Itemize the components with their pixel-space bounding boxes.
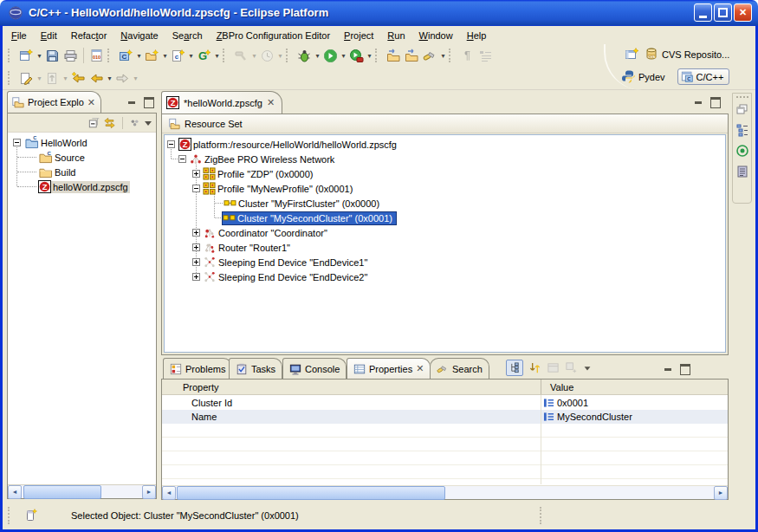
new-folder-dropdown[interactable]: ▾ [161,52,169,60]
tab-problems[interactable]: Problems [163,358,232,379]
schedule-clock-button[interactable] [258,45,276,66]
project-explorer-hscrollbar[interactable]: ◄ ► [8,484,156,498]
editor-tab[interactable]: Z *helloWorld.zpscfg ✕ [161,91,282,114]
scroll-right-button[interactable]: ► [714,486,728,500]
run-dropdown[interactable]: ▾ [340,52,347,60]
expand-expander-icon[interactable] [192,258,200,266]
project-explorer-close-icon[interactable]: ✕ [87,97,95,108]
resource-node-cluster-first[interactable]: Cluster "MyFirstCluster" (0x0000) [224,196,381,211]
editor-tab-close-icon[interactable]: ✕ [267,97,275,108]
new-dropdown[interactable]: ▾ [36,52,43,60]
back-button[interactable] [87,68,106,88]
fast-view-grip[interactable] [736,96,748,99]
open-perspective-button[interactable] [625,47,639,62]
collapse-all-icon[interactable] [88,117,100,129]
resource-node-profile-mynewprofile[interactable]: Profile "MyNewProfile" (0x0001) [192,181,354,196]
properties-hscrollbar[interactable]: ◄ ► [162,485,728,499]
back-history-button[interactable] [69,68,87,88]
show-tree-button[interactable] [506,360,523,376]
tree-item-build[interactable]: Build [38,165,77,179]
next-annotation-button[interactable] [43,68,62,88]
toolbar-grip[interactable] [286,49,292,62]
debug-dropdown[interactable]: ▾ [314,52,321,60]
new-c-file-dropdown[interactable]: ▾ [187,52,195,60]
toolbar-grip[interactable] [107,49,113,62]
collapse-expander-icon[interactable] [192,185,200,192]
resource-node-router[interactable]: Router "Router1" [192,240,292,255]
new-class-button[interactable]: C [117,45,135,66]
run-external-button[interactable] [347,45,366,66]
new-folder-button[interactable] [143,45,161,66]
maximize-view-icon[interactable] [679,363,690,373]
collapse-expander-icon[interactable] [13,139,21,146]
pydev-perspective-button[interactable]: Pydev [621,69,665,84]
outline-toggle-button[interactable] [476,45,495,66]
tab-properties[interactable]: Properties ✕ [347,358,431,379]
view-filter-icon[interactable] [129,117,141,129]
column-divider[interactable] [541,395,541,484]
tab-console[interactable]: Console [282,358,347,379]
save-button[interactable] [43,45,62,66]
collapse-expander-icon[interactable] [167,140,175,148]
new-class-dropdown[interactable]: ▾ [135,52,143,60]
link-with-editor-icon[interactable] [103,117,116,129]
resource-node-network[interactable]: ZigBee PRO Wireless Network [178,152,336,166]
toolbar-grip[interactable] [449,49,455,62]
menu-file[interactable]: File [4,28,34,43]
titlebar[interactable]: C/C++ - HelloWorld/helloWorld.zpscfg - E… [0,0,758,26]
tree-item-helloworld[interactable]: C HelloWorld [13,135,89,150]
doc-view-icon[interactable] [735,165,749,178]
import-button[interactable] [385,45,403,66]
menu-run[interactable]: Run [380,28,411,43]
collapse-expander-icon[interactable] [178,155,186,163]
maximize-button[interactable] [714,3,732,22]
forward-button[interactable] [113,68,132,88]
scroll-right-button[interactable]: ► [142,485,156,499]
search-button[interactable] [421,45,439,66]
cpp-perspective-button[interactable]: CC/C++ [677,68,730,85]
column-property[interactable]: Property [162,382,219,393]
resource-node-platform[interactable]: Z platform:/resource/HelloWorld/helloWor… [167,137,398,152]
menu-project[interactable]: Project [337,28,380,43]
back-dropdown[interactable]: ▾ [106,75,113,82]
toolbar-grip[interactable] [375,49,381,62]
tree-item-zpscfg[interactable]: Z helloWorld.zpscfg [38,179,130,194]
close-button[interactable]: ✕ [734,3,752,22]
expand-expander-icon[interactable] [192,243,200,251]
restore-views-icon[interactable] [735,102,749,116]
menu-search[interactable]: Search [165,28,210,43]
expand-expander-icon[interactable] [192,229,200,237]
scroll-thumb[interactable] [177,486,445,500]
new-wizard-button[interactable] [17,45,36,66]
project-explorer-tab[interactable]: Project Explo ✕ [7,91,101,113]
menu-help[interactable]: Help [460,28,494,43]
tab-tasks[interactable]: Tasks [229,358,282,379]
fastview-toggle-icon[interactable] [24,508,38,523]
maximize-view-icon[interactable] [143,96,154,106]
expand-expander-icon[interactable] [192,273,200,281]
cvs-perspective-button[interactable]: CVSCVS Reposito... [645,47,729,62]
scroll-thumb[interactable] [23,485,101,499]
filter-icon[interactable] [565,361,578,374]
menu-edit[interactable]: Edit [34,28,64,43]
run-button[interactable] [321,45,340,66]
outline-view-icon[interactable] [735,123,749,137]
new-g-button[interactable]: G [195,45,213,66]
toolbar-grip[interactable] [223,49,229,62]
sort-icon[interactable] [528,361,541,374]
build-hammer-button[interactable] [232,45,250,66]
target-view-icon[interactable] [735,144,749,158]
resource-node-enddevice2[interactable]: Sleeping End Device "EndDevice2" [192,269,369,284]
property-row-name[interactable]: Name MySecondCluster [162,410,728,424]
expand-expander-icon[interactable] [192,170,200,178]
view-menu-icon[interactable] [583,363,592,373]
minimize-editor-icon[interactable] [693,96,704,106]
tab-properties-close-icon[interactable]: ✕ [416,363,424,374]
resource-node-coordinator[interactable]: Coordinator "Coordinator" [192,225,329,240]
scroll-left-button[interactable]: ◄ [162,486,176,500]
last-edit-location-button[interactable] [17,68,36,88]
tab-search[interactable]: Search [430,358,489,379]
scroll-left-button[interactable]: ◄ [8,485,22,499]
resource-node-cluster-second[interactable]: Cluster "MySecondCluster" (0x0001) [222,211,397,225]
view-menu-icon[interactable] [144,117,152,129]
